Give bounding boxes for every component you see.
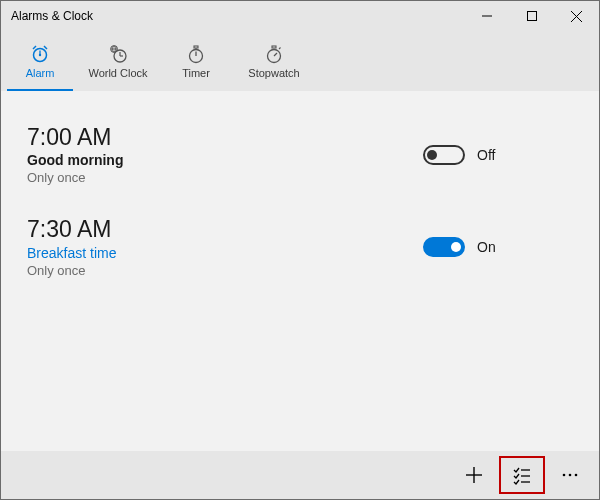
toggle-state-label: Off (477, 147, 495, 163)
alarm-toggle[interactable] (423, 145, 465, 165)
tab-label: World Clock (88, 67, 147, 79)
maximize-icon (527, 11, 537, 21)
alarm-time: 7:30 AM (27, 217, 423, 242)
window-title: Alarms & Clock (11, 9, 93, 23)
alarm-list: 7:00 AM Good morning Only once Off 7:30 … (1, 91, 599, 451)
svg-rect-15 (194, 46, 198, 48)
minimize-button[interactable] (464, 1, 509, 31)
tab-label: Timer (182, 67, 210, 79)
alarm-repeat: Only once (27, 263, 423, 278)
svg-rect-1 (527, 12, 536, 21)
alarm-item[interactable]: 7:30 AM Breakfast time Only once On (27, 203, 573, 295)
tab-strip: Alarm World Clock Timer Stopwatch (1, 31, 599, 91)
tab-world-clock[interactable]: World Clock (79, 31, 157, 91)
tab-timer[interactable]: Timer (157, 31, 235, 91)
alarm-toggle-group: Off (423, 145, 573, 165)
svg-line-18 (274, 53, 277, 56)
more-button[interactable] (547, 456, 593, 494)
alarm-time: 7:00 AM (27, 125, 423, 150)
alarm-item[interactable]: 7:00 AM Good morning Only once Off (27, 111, 573, 203)
svg-line-20 (279, 47, 281, 49)
alarm-info: 7:30 AM Breakfast time Only once (27, 217, 423, 277)
world-clock-icon (108, 44, 128, 64)
alarm-name: Good morning (27, 152, 423, 168)
select-list-icon (512, 465, 532, 485)
alarm-name: Breakfast time (27, 245, 423, 261)
svg-point-26 (563, 474, 566, 477)
titlebar: Alarms & Clock (1, 1, 599, 31)
alarm-icon (30, 44, 50, 64)
alarm-info: 7:00 AM Good morning Only once (27, 125, 423, 185)
timer-icon (186, 44, 206, 64)
svg-point-27 (569, 474, 572, 477)
svg-rect-19 (272, 46, 276, 48)
tab-label: Stopwatch (248, 67, 299, 79)
tab-stopwatch[interactable]: Stopwatch (235, 31, 313, 91)
command-bar (1, 451, 599, 499)
alarm-repeat: Only once (27, 170, 423, 185)
toggle-state-label: On (477, 239, 496, 255)
app-window: Alarms & Clock Alarm World Clock (0, 0, 600, 500)
toggle-knob (451, 242, 461, 252)
add-button[interactable] (451, 456, 497, 494)
close-button[interactable] (554, 1, 599, 31)
minimize-icon (482, 11, 492, 21)
window-controls (464, 1, 599, 31)
tab-alarm[interactable]: Alarm (1, 31, 79, 91)
more-icon (560, 465, 580, 485)
alarm-toggle[interactable] (423, 237, 465, 257)
svg-point-28 (575, 474, 578, 477)
tab-label: Alarm (26, 67, 55, 79)
stopwatch-icon (264, 44, 284, 64)
close-icon (571, 11, 582, 22)
select-button[interactable] (499, 456, 545, 494)
maximize-button[interactable] (509, 1, 554, 31)
toggle-knob (427, 150, 437, 160)
alarm-toggle-group: On (423, 237, 573, 257)
plus-icon (464, 465, 484, 485)
